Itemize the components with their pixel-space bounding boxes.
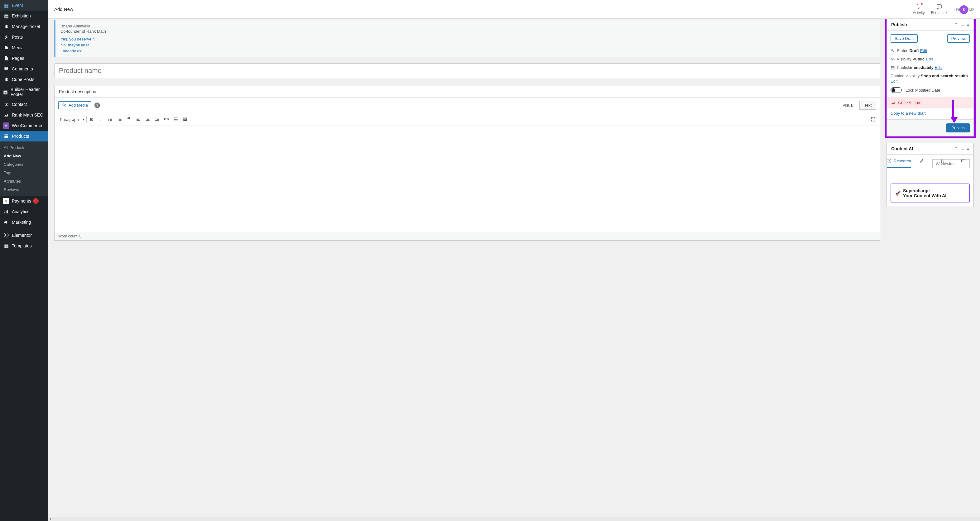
fullscreen-button[interactable] (869, 115, 878, 124)
add-media-button[interactable]: Add Media (58, 101, 91, 109)
pencil-icon (919, 159, 924, 164)
sidebar-item-exhibition[interactable]: ▤Exhibition (0, 11, 48, 21)
templates-icon: ▦ (3, 243, 10, 249)
sidebar-item-payments[interactable]: $Payments1 (0, 196, 48, 206)
event-icon: ▦ (3, 2, 10, 8)
review-notice: Bhanu Ahluwalia Co-founder of Rank Math … (54, 20, 880, 57)
bold-button[interactable]: B (87, 115, 96, 124)
submenu-reviews[interactable]: Reviews (0, 185, 48, 194)
chart-icon (3, 112, 10, 118)
align-right-button[interactable] (153, 115, 161, 124)
bullet-list-button[interactable] (106, 115, 115, 124)
finish-setup-button[interactable]: Finish setup 8 (953, 7, 974, 11)
sidebar-item-marketing[interactable]: Marketing (0, 217, 48, 228)
calendar-icon (891, 65, 897, 70)
svg-point-4 (63, 104, 64, 105)
ticket-icon: ✱ (3, 23, 10, 30)
svg-rect-24 (157, 119, 159, 119)
svg-rect-23 (155, 118, 159, 118)
align-center-button[interactable] (143, 115, 152, 124)
products-submenu: All Products Add New Categories Tags Att… (0, 142, 48, 196)
tinymce-toolbar: Paragraph B I 123 ❝ (54, 113, 880, 126)
publish-button[interactable]: Publish (947, 123, 970, 132)
link-button[interactable] (162, 115, 171, 124)
scroll-left-arrow[interactable]: ◄ (48, 517, 52, 521)
text-tab[interactable]: Text (859, 100, 876, 110)
seo-score-row: SEO: 5 / 100 (887, 97, 974, 108)
svg-rect-6 (110, 118, 112, 118)
sidebar-item-analytics[interactable]: Analytics (0, 206, 48, 217)
align-left-button[interactable] (134, 115, 143, 124)
edit-date-link[interactable]: Edit (935, 65, 942, 70)
format-select[interactable]: Paragraph (57, 116, 87, 123)
toolbar-toggle-button[interactable] (181, 115, 189, 124)
edit-catalog-link[interactable]: Edit (891, 79, 970, 83)
visual-tab[interactable]: Visual (838, 100, 858, 110)
italic-button[interactable]: I (97, 115, 105, 124)
publish-header: Publish ⌃ ⌄ ▴ (887, 19, 974, 30)
status-row: Status: DraftEdit (891, 46, 970, 55)
chevron-down-icon[interactable]: ⌄ (961, 146, 964, 151)
readmore-button[interactable] (171, 115, 180, 124)
woo-icon: W (3, 123, 10, 129)
svg-rect-3 (937, 5, 941, 8)
sidebar-item-woocommerce[interactable]: WWooCommerce (0, 120, 48, 131)
notice-subtitle: Co-founder of Rank Math (60, 29, 875, 33)
preview-button[interactable]: Preview (947, 34, 970, 43)
submenu-attributes[interactable]: Attributes (0, 177, 48, 185)
main-area: Add New Activity Feedback Finish setup 8 (48, 0, 980, 521)
lock-date-toggle[interactable] (891, 87, 902, 93)
svg-rect-0 (4, 212, 5, 213)
save-draft-button[interactable]: Save Draft (891, 34, 918, 43)
sidebar-item-contact[interactable]: ✉Contact (0, 99, 48, 110)
submenu-tags[interactable]: Tags (0, 169, 48, 177)
chevron-down-icon[interactable]: ⌄ (961, 22, 964, 27)
edit-visibility-link[interactable]: Edit (926, 57, 933, 61)
help-icon[interactable]: ? (94, 102, 100, 108)
sidebar-item-elementor[interactable]: ⓔElementor (0, 230, 48, 241)
sidebar-item-event[interactable]: ▦Event (0, 0, 48, 11)
svg-rect-2 (7, 210, 8, 213)
sidebar-item-manage-ticket[interactable]: ✱Manage Ticket (0, 21, 48, 32)
product-name-input[interactable] (54, 63, 880, 78)
submenu-all-products[interactable]: All Products (0, 143, 48, 152)
number-list-button[interactable]: 123 (115, 115, 124, 124)
caret-up-icon[interactable]: ▴ (967, 22, 969, 27)
svg-point-5 (108, 118, 109, 118)
comments-icon (3, 66, 10, 72)
horizontal-scrollbar[interactable]: ◄ (48, 517, 980, 521)
chevron-up-icon[interactable]: ⌃ (955, 22, 958, 27)
write-tab[interactable] (911, 155, 932, 168)
sidebar-item-comments[interactable]: Comments (0, 64, 48, 74)
notice-link-already[interactable]: I already did (60, 49, 875, 53)
avatar[interactable]: 8 (959, 5, 968, 14)
sidebar-item-templates[interactable]: ▦Templates (0, 241, 48, 251)
svg-rect-8 (110, 119, 112, 119)
sidebar-item-posts[interactable]: Posts (0, 32, 48, 42)
sidebar-item-rank-math[interactable]: Rank Math SEO (0, 110, 48, 120)
edit-status-link[interactable]: Edit (920, 48, 927, 53)
sidebar-item-builder[interactable]: ▦Builder Header Footer (0, 85, 48, 99)
editor-content-area[interactable] (54, 126, 880, 232)
feedback-button[interactable]: Feedback (931, 4, 948, 15)
caret-up-icon[interactable]: ▴ (967, 146, 969, 151)
sidebar-item-pages[interactable]: Pages (0, 53, 48, 64)
sidebar-item-products[interactable]: Products (0, 131, 48, 142)
sidebar-item-media[interactable]: Media (0, 42, 48, 53)
quote-button[interactable]: ❝ (125, 115, 134, 124)
notice-link-no[interactable]: No, maybe later (60, 43, 875, 47)
payments-icon: $ (3, 198, 10, 204)
research-tab[interactable]: Research (887, 155, 911, 168)
svg-text:3: 3 (118, 120, 118, 121)
svg-rect-27 (174, 119, 177, 119)
annotation-arrow (950, 100, 955, 125)
notice-link-yes[interactable]: Yes, you deserve it (60, 37, 875, 41)
sidebar-item-cube-posts[interactable]: ✱Cube Posts (0, 74, 48, 85)
submenu-categories[interactable]: Categories (0, 160, 48, 169)
page-title: Add New (54, 6, 73, 12)
submenu-add-new[interactable]: Add New (0, 152, 48, 160)
worldwide-dropdown[interactable]: Worldwide (932, 159, 970, 168)
chevron-up-icon[interactable]: ⌃ (955, 146, 958, 151)
activity-button[interactable]: Activity (913, 4, 925, 15)
copy-to-draft-link[interactable]: Copy to a new draft (891, 111, 926, 116)
